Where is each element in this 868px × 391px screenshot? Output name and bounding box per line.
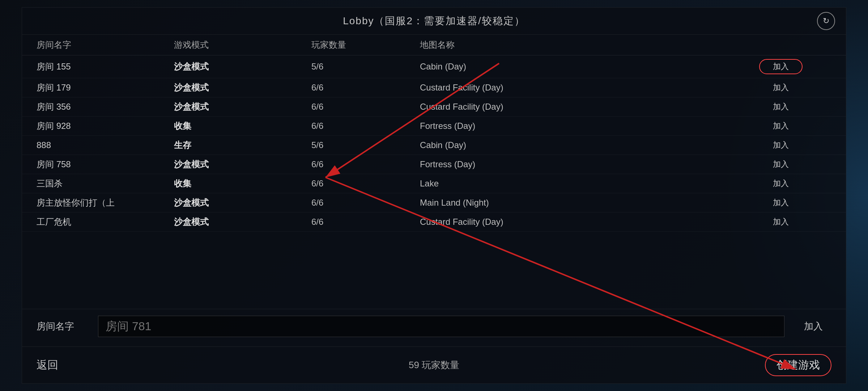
table-row: 房间 928 收集 6/6 Fortress (Day) 加入 [22,117,846,136]
room-mode-cell: 沙盒模式 [174,216,311,228]
room-map-cell: Cabin (Day) [420,140,759,150]
room-name-cell: 房间 356 [37,101,174,113]
lobby-header: Lobby（国服2：需要加速器/较稳定） ↻ [22,8,846,35]
room-map-cell: Custard Facility (Day) [420,217,759,227]
room-players-cell: 6/6 [311,198,420,208]
room-mode-cell: 沙盒模式 [174,159,311,170]
room-map-cell: Custard Facility (Day) [420,83,759,93]
room-name-cell: 房间 758 [37,159,174,170]
room-players-cell: 6/6 [311,121,420,131]
room-map-cell: Lake [420,178,759,189]
col-player-count: 玩家数量 [311,39,420,51]
join-button[interactable]: 加入 [759,82,803,93]
room-players-cell: 6/6 [311,102,420,112]
room-players-cell: 6/6 [311,217,420,227]
room-name-cell: 房间 928 [37,120,174,132]
col-join [759,39,831,51]
column-headers: 房间名字 游戏模式 玩家数量 地图名称 [22,35,846,55]
back-button[interactable]: 返回 [37,358,58,373]
table-row: 房间 179 沙盒模式 6/6 Custard Facility (Day) 加… [22,78,846,97]
input-section: 房间名字 加入 [22,309,846,344]
input-label: 房间名字 [37,320,87,333]
join-button[interactable]: 加入 [759,140,803,151]
join-button[interactable]: 加入 [759,178,803,189]
table-row: 房间 155 沙盒模式 5/6 Cabin (Day) 加入 [22,55,846,78]
player-count: 59 玩家数量 [409,359,459,371]
room-players-cell: 5/6 [311,140,420,150]
room-name-input[interactable] [98,316,784,337]
room-name-cell: 房主放怪你们打（上 [37,197,174,209]
col-map-name: 地图名称 [420,39,759,51]
table-row: 工厂危机 沙盒模式 6/6 Custard Facility (Day) 加入 [22,213,846,232]
table-row: 房间 758 沙盒模式 6/6 Fortress (Day) 加入 [22,155,846,174]
room-mode-cell: 收集 [174,178,311,189]
lobby-panel: Lobby（国服2：需要加速器/较稳定） ↻ 房间名字 游戏模式 玩家数量 地图… [22,7,846,384]
col-game-mode: 游戏模式 [174,39,311,51]
room-players-cell: 6/6 [311,159,420,169]
room-mode-cell: 生存 [174,139,311,151]
table-row: 三国杀 收集 6/6 Lake 加入 [22,174,846,193]
join-button[interactable]: 加入 [759,121,803,131]
join-input-button[interactable]: 加入 [795,320,831,333]
room-map-cell: Fortress (Day) [420,159,759,169]
room-name-cell: 房间 155 [37,61,174,72]
room-name-cell: 三国杀 [37,178,174,189]
room-players-cell: 6/6 [311,83,420,93]
join-button[interactable]: 加入 [759,197,803,208]
create-game-button[interactable]: 创建游戏 [765,354,831,376]
room-list: 房间 155 沙盒模式 5/6 Cabin (Day) 加入 房间 179 沙盒… [22,55,846,232]
join-button[interactable]: 加入 [759,59,803,74]
room-mode-cell: 沙盒模式 [174,101,311,113]
room-name-cell: 888 [37,140,174,150]
table-row: 888 生存 5/6 Cabin (Day) 加入 [22,136,846,155]
room-name-cell: 房间 179 [37,82,174,93]
room-mode-cell: 沙盒模式 [174,197,311,209]
table-row: 房间 356 沙盒模式 6/6 Custard Facility (Day) 加… [22,97,846,117]
col-room-name: 房间名字 [37,39,174,51]
room-mode-cell: 沙盒模式 [174,61,311,72]
room-map-cell: Custard Facility (Day) [420,102,759,112]
table-row: 房主放怪你们打（上 沙盒模式 6/6 Main Land (Night) 加入 [22,193,846,213]
join-button[interactable]: 加入 [759,101,803,112]
room-players-cell: 5/6 [311,62,420,72]
room-map-cell: Main Land (Night) [420,198,759,208]
join-button[interactable]: 加入 [759,216,803,227]
room-mode-cell: 收集 [174,120,311,132]
refresh-button[interactable]: ↻ [817,12,835,30]
room-map-cell: Cabin (Day) [420,62,759,72]
footer: 返回 59 玩家数量 创建游戏 [22,346,846,383]
room-mode-cell: 沙盒模式 [174,82,311,93]
lobby-title: Lobby（国服2：需要加速器/较稳定） [343,14,525,28]
room-players-cell: 6/6 [311,178,420,189]
room-map-cell: Fortress (Day) [420,121,759,131]
room-name-cell: 工厂危机 [37,216,174,228]
join-button[interactable]: 加入 [759,159,803,170]
